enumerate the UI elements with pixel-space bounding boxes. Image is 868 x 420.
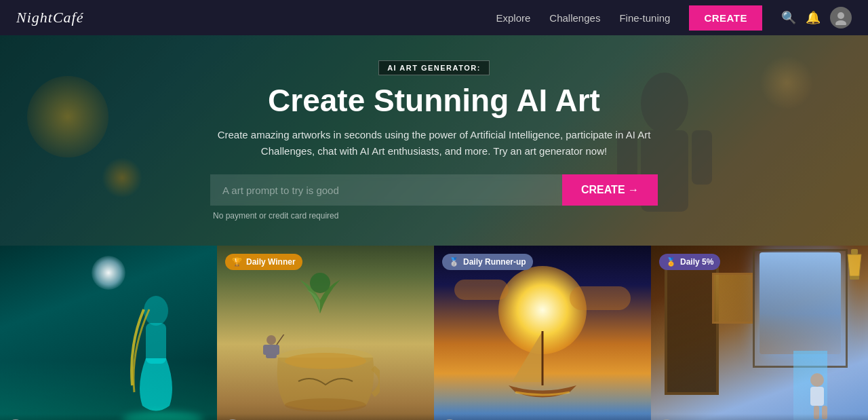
pct-badge-icon: 🏅	[666, 257, 676, 267]
svg-marker-22	[512, 331, 542, 382]
nav-finetuning[interactable]: Fine-tuning	[619, 12, 670, 24]
svg-point-14	[267, 335, 276, 345]
teacup-shape	[271, 347, 380, 415]
trophy-icon: 🏆	[232, 257, 242, 267]
arch-frame	[753, 249, 848, 368]
svg-point-12	[285, 353, 366, 369]
svg-rect-27	[810, 387, 824, 406]
nav-links: Explore Challenges Fine-tuning CREATE 🔍 …	[496, 5, 852, 31]
mermaid-silhouette	[122, 290, 190, 420]
nav-explore[interactable]: Explore	[496, 12, 530, 24]
gallery-item-fantasy[interactable]: 🏅 Daily 5% ♥ 4991 💬 440 🖼 2	[651, 246, 868, 420]
svg-point-0	[837, 12, 844, 19]
navbar: NightCafé Explore Challenges Fine-tuning…	[0, 0, 868, 35]
fisherman	[258, 335, 285, 371]
nav-challenges[interactable]: Challenges	[549, 12, 600, 24]
hero-subtitle: Create amazing artworks in seconds using…	[210, 127, 658, 159]
hero-input-row: CREATE →	[210, 174, 658, 206]
user-avatar[interactable]	[830, 7, 852, 28]
medal-icon: 🥈	[449, 257, 459, 267]
hero-create-button[interactable]: CREATE →	[562, 174, 658, 206]
notification-icon[interactable]: 🔔	[806, 10, 821, 25]
svg-point-13	[310, 273, 330, 293]
stats-bar-mermaid: ♥ 5609 💬 326	[0, 414, 217, 420]
moon-light	[92, 256, 125, 290]
sailboat-shape	[502, 324, 583, 408]
cloud-left	[454, 280, 509, 300]
badge-daily-winner: 🏆 Daily Winner	[225, 254, 302, 270]
gallery-item-mermaid[interactable]: ♥ 5609 💬 326	[0, 246, 217, 420]
no-payment-label: No payment or credit card required	[210, 211, 658, 221]
svg-rect-16	[263, 345, 269, 355]
badge-daily-pct: 🏅 Daily 5%	[659, 254, 720, 270]
plant-top	[293, 259, 347, 316]
hero-section: AI ART GENERATOR: Create Stunning AI Art…	[0, 35, 868, 246]
sitting-figure	[800, 372, 834, 420]
svg-rect-7	[146, 323, 166, 364]
hero-badge: AI ART GENERATOR:	[378, 60, 490, 75]
svg-line-18	[277, 335, 285, 345]
svg-point-26	[810, 373, 824, 387]
hero-title: Create Stunning AI Art	[210, 83, 658, 118]
nav-create-button[interactable]: CREATE	[689, 5, 762, 31]
search-icon[interactable]: 🔍	[781, 10, 796, 25]
svg-point-11	[285, 398, 366, 412]
stats-bar-teacup: ♥ 5359 💬 371 🖼 4	[217, 414, 434, 420]
svg-rect-30	[851, 249, 858, 254]
stats-bar-sailboat: ♥ 5045 💬 417 🖼 3	[434, 414, 651, 420]
svg-rect-31	[850, 276, 859, 280]
stats-bar-fantasy: ♥ 4991 💬 440 🖼 2	[651, 414, 868, 420]
cloud-right	[570, 286, 631, 310]
gallery-grid: ♥ 5609 💬 326	[0, 246, 868, 420]
svg-point-1	[835, 20, 846, 25]
lantern	[844, 249, 865, 283]
gallery-item-teacup[interactable]: 🏆 Daily Winner ♥ 5359 💬 371 🖼 4	[217, 246, 434, 420]
prompt-input[interactable]	[210, 174, 562, 206]
wall-painting	[712, 273, 753, 324]
hero-content: AI ART GENERATOR: Create Stunning AI Art…	[197, 60, 671, 221]
nav-icons: 🔍 🔔	[781, 7, 852, 28]
badge-runner-up: 🥈 Daily Runner-up	[442, 254, 533, 270]
site-logo[interactable]: NightCafé	[16, 9, 83, 26]
svg-rect-17	[274, 345, 279, 355]
door-frame	[665, 259, 719, 395]
gallery-item-sailboat[interactable]: 🥈 Daily Runner-up ♥ 5045 💬 417 🖼 3	[434, 246, 651, 420]
svg-point-6	[144, 296, 168, 326]
